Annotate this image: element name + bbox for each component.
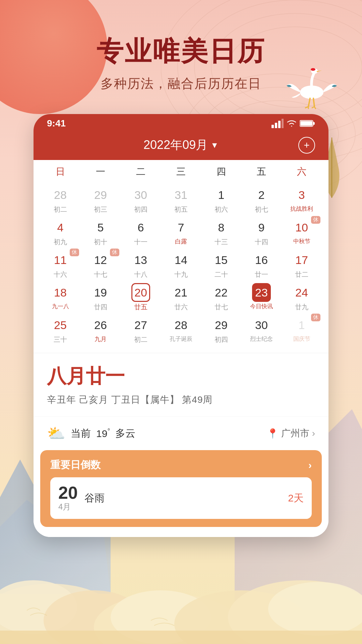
calendar-body: 日 一 二 三 四 五 六 28 初二 29 初三 30 初四 31 — [34, 160, 328, 353]
cal-day-2[interactable]: 2 初七 — [241, 183, 282, 216]
cal-day-10[interactable]: 休 10 中秋节 — [282, 216, 322, 249]
cal-day-1[interactable]: 1 初六 — [201, 183, 241, 216]
svg-rect-24 — [272, 125, 274, 128]
cal-day-5[interactable]: 5 初十 — [80, 216, 121, 249]
svg-rect-29 — [313, 122, 315, 125]
dow-monday: 一 — [80, 160, 121, 181]
dow-thursday: 四 — [201, 160, 241, 181]
lunar-info: 辛丑年 己亥月 丁丑日【属牛】 第49周 — [47, 393, 315, 406]
weather-section[interactable]: ⛅ 当前 19° 多云 📍 广州市 › — [34, 416, 328, 450]
calendar-week-1: 28 初二 29 初三 30 初四 31 初五 1 初六 2 初七 — [40, 183, 322, 216]
holiday-badge-11: 休 — [70, 249, 79, 256]
lunar-date-big: 八月廿一 — [47, 363, 315, 389]
cal-day-3[interactable]: 3 抗战胜利 — [282, 183, 322, 216]
holiday-badge-10: 休 — [311, 216, 320, 224]
cal-day-9[interactable]: 9 十四 — [241, 216, 282, 249]
countdown-month: 4月 — [58, 501, 78, 512]
countdown-container: 重要日倒数 › 20 4月 谷雨 2天 — [34, 450, 328, 537]
dropdown-icon[interactable]: ▼ — [210, 141, 219, 150]
svg-rect-27 — [282, 119, 284, 128]
cal-day-21[interactable]: 21 廿六 — [161, 281, 201, 314]
cal-day-20-selected[interactable]: 20 廿五 — [121, 281, 161, 314]
cal-day-1-next[interactable]: 休 1 国庆节 — [282, 314, 322, 346]
weather-right[interactable]: 📍 广州市 › — [267, 427, 315, 440]
day-of-week-row: 日 一 二 三 四 五 六 — [40, 160, 322, 181]
cal-day-28[interactable]: 28 孔子诞辰 — [161, 314, 201, 346]
status-icons — [272, 119, 315, 128]
svg-rect-26 — [278, 121, 281, 128]
cal-day-19[interactable]: 19 廿四 — [80, 281, 121, 314]
cal-day-12[interactable]: 休 12 十七 — [80, 249, 121, 281]
calendar-week-3: 休 11 十六 休 12 十七 13 十八 14 十九 15 二十 — [40, 249, 322, 281]
cal-day-25[interactable]: 25 三十 — [40, 314, 80, 346]
cal-day-18[interactable]: 18 九一八 — [40, 281, 80, 314]
cal-day-29[interactable]: 29 初四 — [201, 314, 241, 346]
cal-day-11[interactable]: 休 11 十六 — [40, 249, 80, 281]
countdown-item[interactable]: 20 4月 谷雨 2天 — [50, 477, 312, 519]
holiday-badge-1next: 休 — [311, 314, 320, 321]
cal-day-15[interactable]: 15 二十 — [201, 249, 241, 281]
countdown-days-remaining: 2天 — [288, 491, 304, 505]
day-info-section: 八月廿一 辛丑年 己亥月 丁丑日【属牛】 第49周 — [34, 353, 328, 416]
cal-day-23-today[interactable]: 23 今日快讯 — [241, 281, 282, 314]
month-display: 2022年09月 — [143, 137, 208, 153]
countdown-date: 20 4月 — [58, 484, 78, 512]
svg-rect-25 — [275, 123, 277, 128]
calendar-week-2: 4 初九 5 初十 6 十一 7 白露 8 十三 9 十四 — [40, 216, 322, 249]
time-display: 9:41 — [47, 118, 66, 129]
countdown-event-name: 谷雨 — [84, 491, 281, 505]
cal-day-4[interactable]: 4 初九 — [40, 216, 80, 249]
dow-wednesday: 三 — [161, 160, 201, 181]
cal-day-13[interactable]: 13 十八 — [121, 249, 161, 281]
countdown-chevron: › — [308, 460, 312, 471]
battery-icon — [300, 119, 315, 127]
weather-icon: ⛅ — [47, 425, 65, 442]
wifi-icon — [286, 119, 297, 127]
countdown-section[interactable]: 重要日倒数 › 20 4月 谷雨 2天 — [40, 450, 322, 527]
weather-chevron: › — [312, 428, 315, 439]
holiday-badge-12: 休 — [110, 249, 119, 256]
calendar-header: 2022年09月 ▼ + — [34, 131, 328, 160]
countdown-header: 重要日倒数 › — [50, 458, 312, 472]
cal-day-6[interactable]: 6 十一 — [121, 216, 161, 249]
svg-rect-30 — [300, 121, 312, 126]
cal-day-14[interactable]: 14 十九 — [161, 249, 201, 281]
cal-day-31-prev[interactable]: 31 初五 — [161, 183, 201, 216]
cal-day-29-prev[interactable]: 29 初三 — [80, 183, 121, 216]
cal-day-27[interactable]: 27 初二 — [121, 314, 161, 346]
status-bar: 9:41 — [34, 114, 328, 131]
svg-rect-16 — [0, 631, 362, 644]
dow-sunday: 日 — [40, 160, 80, 181]
dow-saturday: 六 — [282, 160, 322, 181]
phone-mockup: 9:41 2022年09月 ▼ + — [34, 114, 328, 537]
calendar-week-4: 18 九一八 19 廿四 20 廿五 21 廿六 22 廿七 — [40, 281, 322, 314]
cal-day-28-prev[interactable]: 28 初二 — [40, 183, 80, 216]
dow-tuesday: 二 — [121, 160, 161, 181]
calendar-week-5: 25 三十 26 九月 27 初二 28 孔子诞辰 29 初四 30 烈士纪念 — [40, 314, 322, 346]
location-icon: 📍 — [267, 428, 279, 439]
cal-day-30-prev[interactable]: 30 初四 — [121, 183, 161, 216]
sub-title: 多种历法，融合后历历在日 — [0, 75, 362, 92]
countdown-day: 20 — [58, 484, 78, 501]
add-event-button[interactable]: + — [298, 137, 315, 154]
main-title: 专业唯美日历 — [0, 34, 362, 70]
weather-condition: 多云 — [115, 427, 135, 440]
title-area: 专业唯美日历 多种历法，融合后历历在日 — [0, 34, 362, 92]
cal-day-16[interactable]: 16 廿一 — [241, 249, 282, 281]
weather-label: 当前 — [71, 427, 91, 440]
cal-day-30[interactable]: 30 烈士纪念 — [241, 314, 282, 346]
cal-day-22[interactable]: 22 廿七 — [201, 281, 241, 314]
cal-day-8[interactable]: 8 十三 — [201, 216, 241, 249]
location-name: 广州市 — [281, 427, 309, 440]
cal-day-24[interactable]: 24 廿九 — [282, 281, 322, 314]
cal-day-26[interactable]: 26 九月 — [80, 314, 121, 346]
signal-icon — [272, 119, 284, 128]
weather-left: ⛅ 当前 19° 多云 — [47, 425, 135, 442]
cal-day-7[interactable]: 7 白露 — [161, 216, 201, 249]
temperature: 19° — [96, 427, 110, 439]
cal-day-17[interactable]: 17 廿二 — [282, 249, 322, 281]
countdown-title: 重要日倒数 — [50, 458, 101, 472]
dow-friday: 五 — [241, 160, 282, 181]
